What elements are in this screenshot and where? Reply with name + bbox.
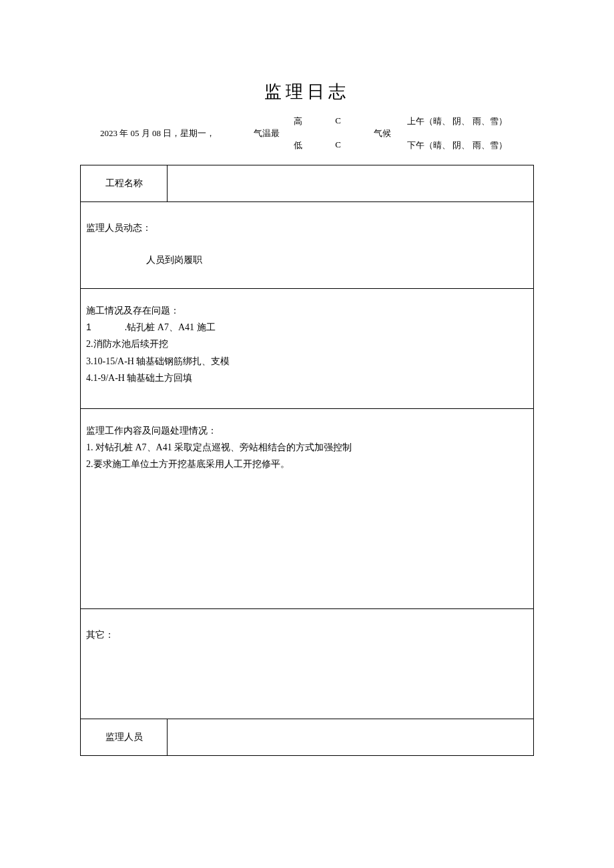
- temp-low-unit: C: [335, 139, 341, 151]
- date-text: 2023 年 05 月 08 日，星期一，: [80, 127, 254, 139]
- climate-label: 气候: [374, 127, 407, 139]
- row-construction: 施工情况及存在问题： 1.钻孔桩 A7、A41 施工 2.消防水池后续开挖 3.…: [81, 289, 534, 409]
- signer-value: [168, 719, 534, 756]
- row-project: 工程名称: [81, 165, 534, 202]
- row-personnel: 监理人员动态： 人员到岗履职: [81, 202, 534, 289]
- personnel-body: 人员到岗履职: [146, 254, 528, 266]
- row-supervision: 监理工作内容及问题处理情况： 1. 对钻孔桩 A7、A41 采取定点巡视、旁站相…: [81, 409, 534, 609]
- construction-item-4: 4.1-9/A-H 轴基础土方回填: [86, 370, 528, 386]
- climate-block: 上午（晴、 阴、 雨、雪） 下午（晴、 阴、 雨、雪）: [407, 115, 534, 151]
- row-other: 其它：: [81, 609, 534, 719]
- climate-pm: 下午（晴、 阴、 雨、雪）: [407, 139, 534, 151]
- main-table: 工程名称 监理人员动态： 人员到岗履职 施工情况及存在问题： 1.钻孔桩 A7、…: [80, 165, 534, 756]
- construction-item-2: 2.消防水池后续开挖: [86, 336, 528, 352]
- page-title: 监理日志: [80, 80, 534, 103]
- construction-title: 施工情况及存在问题：: [86, 302, 528, 319]
- project-label: 工程名称: [81, 165, 168, 202]
- construction-item-1: 1.钻孔桩 A7、A41 施工: [86, 319, 528, 336]
- construction-item-3: 3.10-15/A-H 轴基础钢筋绑扎、支模: [86, 353, 528, 370]
- temp-high-unit: C: [335, 115, 341, 127]
- temp-label: 气温最: [254, 127, 294, 139]
- temp-block: 高 C 低 C: [294, 115, 374, 151]
- climate-am: 上午（晴、 阴、 雨、雪）: [407, 115, 534, 127]
- signer-label: 监理人员: [81, 719, 168, 756]
- personnel-title: 监理人员动态：: [86, 222, 528, 234]
- other-title: 其它：: [86, 629, 528, 641]
- project-value: [168, 165, 534, 202]
- supervision-title: 监理工作内容及问题处理情况：: [86, 422, 528, 439]
- temp-low-label: 低: [294, 139, 302, 151]
- supervision-item-2: 2.要求施工单位土方开挖基底采用人工开挖修平。: [86, 456, 528, 472]
- header-row: 2023 年 05 月 08 日，星期一， 气温最 高 C 低 C 气候 上午（…: [80, 115, 534, 151]
- row-signer: 监理人员: [81, 719, 534, 756]
- temp-high-label: 高: [294, 115, 302, 127]
- supervision-item-1: 1. 对钻孔桩 A7、A41 采取定点巡视、旁站相结合的方式加强控制: [86, 439, 528, 456]
